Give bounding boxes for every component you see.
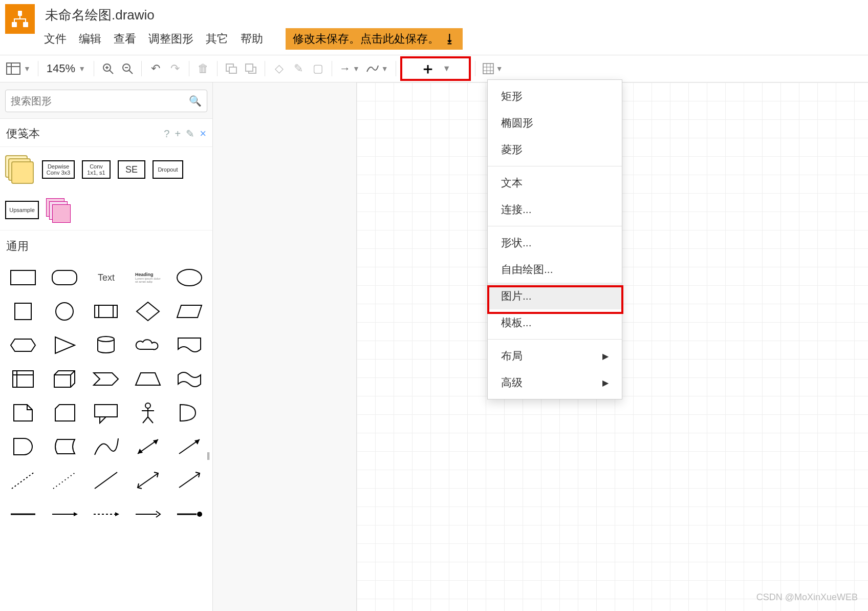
shape-cube[interactable] (46, 365, 83, 393)
shape-process[interactable] (88, 297, 125, 326)
shape-document[interactable] (171, 331, 208, 360)
delete-button[interactable]: 🗑 (193, 58, 213, 79)
edit-icon[interactable]: ✎ (186, 128, 194, 140)
svg-marker-63 (115, 512, 119, 516)
shape-search[interactable]: 🔍 (5, 90, 207, 112)
menu-help[interactable]: 帮助 (241, 31, 263, 47)
shape-bidir-thin-arrow[interactable] (129, 466, 166, 495)
undo-button[interactable]: ↶ (146, 58, 165, 79)
shape-circle[interactable] (46, 297, 83, 326)
shape-trapezoid[interactable] (129, 365, 166, 393)
insert-freehand[interactable]: 自由绘图... (488, 256, 622, 283)
insert-ellipse[interactable]: 椭圆形 (488, 110, 622, 136)
svg-marker-61 (74, 512, 78, 516)
svg-line-54 (12, 472, 34, 489)
scratchpad-header[interactable]: 便笺本 ? + ✎ × (0, 119, 212, 147)
shape-link[interactable] (4, 500, 41, 529)
shape-link-circle[interactable] (171, 500, 208, 529)
insert-text[interactable]: 文本 (488, 170, 622, 196)
shape-search-input[interactable] (11, 95, 189, 107)
scratch-depthwise-conv[interactable]: Depwise Conv 3x3 (42, 160, 75, 179)
insert-template[interactable]: 模板... (488, 309, 622, 336)
shape-rounded-rect[interactable] (46, 263, 83, 292)
shape-dashed-line[interactable] (4, 466, 41, 495)
scratch-dropout[interactable]: Dropout (153, 160, 183, 179)
menu-edit[interactable]: 编辑 (79, 31, 101, 47)
shadow-button[interactable]: ▢ (308, 58, 328, 79)
scratch-conv[interactable]: Conv 1x1, s1 (82, 160, 111, 179)
shape-card[interactable] (46, 398, 83, 427)
unsaved-badge[interactable]: 修改未保存。点击此处保存。 ⭳ (286, 28, 463, 50)
scratch-stack-shape[interactable] (5, 155, 35, 184)
shape-link-open[interactable] (129, 500, 166, 529)
sidebar-toggle-button[interactable]: ▼ (3, 58, 34, 79)
menu-view[interactable]: 查看 (114, 31, 136, 47)
menu-file[interactable]: 文件 (44, 31, 67, 47)
chevron-down-icon: ▼ (496, 65, 503, 73)
insert-connect[interactable]: 连接... (488, 196, 622, 223)
insert-button[interactable]: ＋ ▼ (400, 56, 471, 81)
shape-text[interactable]: Text (88, 263, 125, 292)
toolbar-separator (265, 61, 265, 76)
shape-or[interactable] (171, 398, 208, 427)
close-icon[interactable]: × (200, 127, 206, 140)
redo-button[interactable]: ↷ (165, 58, 185, 79)
shape-arrow[interactable] (171, 432, 208, 461)
shape-parallelogram[interactable] (171, 297, 208, 326)
chevron-down-icon: ▼ (353, 65, 360, 73)
shape-textbox[interactable]: HeadingLorem ipsum dolor sit amet adip (129, 263, 166, 292)
shape-hexagon[interactable] (4, 331, 41, 360)
table-button[interactable]: ▼ (480, 58, 506, 79)
svg-point-66 (197, 512, 202, 517)
shape-internal-storage[interactable] (4, 365, 41, 393)
shape-ellipse[interactable] (171, 263, 208, 292)
shape-cloud[interactable] (129, 331, 166, 360)
add-icon[interactable]: + (175, 128, 181, 140)
menu-extras[interactable]: 其它 (206, 31, 228, 47)
insert-shape[interactable]: 形状... (488, 229, 622, 256)
shape-dotted-line[interactable] (46, 466, 83, 495)
shape-triangle[interactable] (46, 331, 83, 360)
shape-callout[interactable] (88, 398, 125, 427)
shape-rectangle[interactable] (4, 263, 41, 292)
menu-arrange[interactable]: 调整图形 (148, 31, 193, 47)
chevron-down-icon: ▼ (443, 64, 451, 73)
shape-curve[interactable] (88, 432, 125, 461)
shape-data-storage[interactable] (46, 432, 83, 461)
insert-advanced[interactable]: 高级▶ (488, 369, 622, 396)
scratch-pink-stack[interactable] (46, 198, 72, 222)
shape-bidir-arrow[interactable] (129, 432, 166, 461)
zoom-in-button[interactable] (98, 58, 118, 79)
shape-link-dashed[interactable] (88, 500, 125, 529)
to-back-button[interactable] (241, 58, 261, 79)
document-title[interactable]: 未命名绘图.drawio (44, 4, 463, 27)
zoom-dropdown[interactable]: 145% ▼ (42, 62, 90, 75)
splitter-handle[interactable]: || (207, 451, 212, 465)
shape-link-arrow[interactable] (46, 500, 83, 529)
insert-rhombus[interactable]: 菱形 (488, 136, 622, 163)
toolbar-separator (475, 61, 475, 76)
shape-step[interactable] (88, 365, 125, 393)
shape-and[interactable] (4, 432, 41, 461)
shape-actor[interactable] (129, 398, 166, 427)
zoom-out-button[interactable] (118, 58, 137, 79)
shape-thin-arrow[interactable] (171, 466, 208, 495)
scratch-upsample[interactable]: Upsample (5, 201, 39, 219)
shape-cylinder[interactable] (88, 331, 125, 360)
insert-image[interactable]: 图片... (488, 283, 622, 309)
line-color-button[interactable]: ✎ (289, 58, 308, 79)
shape-diamond[interactable] (129, 297, 166, 326)
insert-layout[interactable]: 布局▶ (488, 343, 622, 369)
to-front-button[interactable] (222, 58, 241, 79)
scratch-se[interactable]: SE (118, 160, 145, 179)
general-header[interactable]: 通用 (0, 230, 212, 260)
shape-note[interactable] (4, 398, 41, 427)
fill-color-button[interactable]: ◇ (269, 58, 289, 79)
insert-rectangle[interactable]: 矩形 (488, 83, 622, 110)
shape-square[interactable] (4, 297, 41, 326)
waypoint-button[interactable]: ▼ (363, 58, 392, 79)
shape-line[interactable] (88, 466, 125, 495)
shape-tape[interactable] (171, 365, 208, 393)
help-icon[interactable]: ? (164, 128, 169, 140)
connection-button[interactable]: → ▼ (336, 58, 363, 79)
